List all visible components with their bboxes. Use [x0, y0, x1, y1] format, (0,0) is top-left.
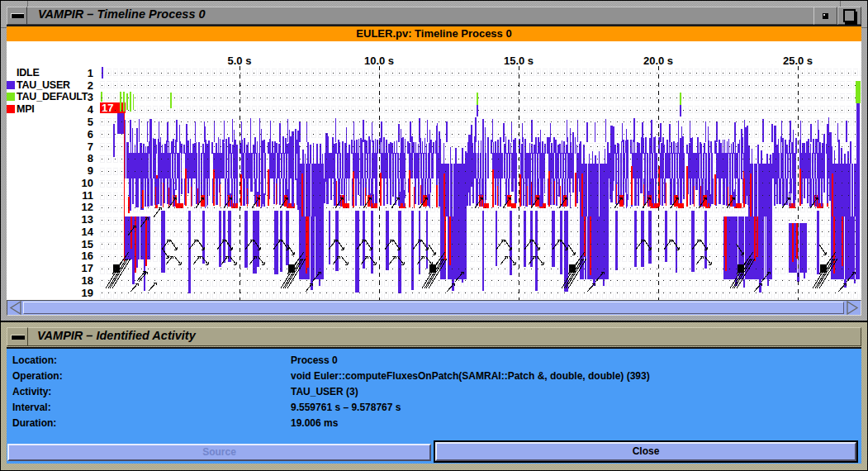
svg-text:17: 17	[102, 102, 113, 114]
